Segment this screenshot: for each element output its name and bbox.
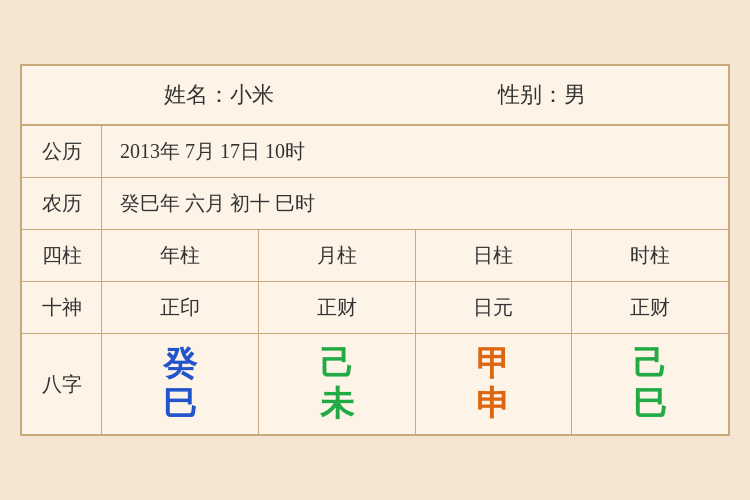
shishen-col-0: 正印: [102, 282, 259, 333]
shishen-grid: 正印 正财 日元 正财: [102, 282, 728, 333]
sizhu-col-1: 月柱: [259, 230, 416, 281]
lunar-value: 癸巳年 六月 初十 巳时: [102, 180, 728, 227]
bazhi-col-2: 甲 申: [416, 334, 573, 434]
shishen-col-2: 日元: [416, 282, 573, 333]
bazhi-top-1: 己: [320, 347, 354, 381]
bazhi-label: 八字: [22, 334, 102, 434]
shishen-row: 十神 正印 正财 日元 正财: [22, 282, 728, 334]
shishen-col-3: 正财: [572, 282, 728, 333]
bazhi-col-3: 己 巳: [572, 334, 728, 434]
name-label: 姓名：小米: [164, 80, 274, 110]
bazhi-top-3: 己: [633, 347, 667, 381]
bazhi-top-2: 甲: [476, 347, 510, 381]
sizhu-row: 四柱 年柱 月柱 日柱 时柱: [22, 230, 728, 282]
header-row: 姓名：小米 性别：男: [22, 66, 728, 126]
bazhi-bot-1: 未: [320, 387, 354, 421]
bazhi-col-0: 癸 巳: [102, 334, 259, 434]
bazhi-bot-3: 巳: [633, 387, 667, 421]
shishen-label: 十神: [22, 282, 102, 333]
bazhi-row: 八字 癸 巳 己 未 甲 申 己 巳: [22, 334, 728, 434]
lunar-label: 农历: [22, 178, 102, 229]
bazhi-col-1: 己 未: [259, 334, 416, 434]
sizhu-grid: 年柱 月柱 日柱 时柱: [102, 230, 728, 281]
sizhu-col-3: 时柱: [572, 230, 728, 281]
bazhi-bot-0: 巳: [163, 387, 197, 421]
bazhi-top-0: 癸: [163, 347, 197, 381]
main-table: 姓名：小米 性别：男 公历 2013年 7月 17日 10时 农历 癸巳年 六月…: [20, 64, 730, 436]
solar-row: 公历 2013年 7月 17日 10时: [22, 126, 728, 178]
bazhi-bot-2: 申: [476, 387, 510, 421]
bazhi-grid: 癸 巳 己 未 甲 申 己 巳: [102, 334, 728, 434]
lunar-row: 农历 癸巳年 六月 初十 巳时: [22, 178, 728, 230]
gender-label: 性别：男: [498, 80, 586, 110]
sizhu-label: 四柱: [22, 230, 102, 281]
solar-value: 2013年 7月 17日 10时: [102, 128, 728, 175]
shishen-col-1: 正财: [259, 282, 416, 333]
solar-label: 公历: [22, 126, 102, 177]
sizhu-col-0: 年柱: [102, 230, 259, 281]
sizhu-col-2: 日柱: [416, 230, 573, 281]
